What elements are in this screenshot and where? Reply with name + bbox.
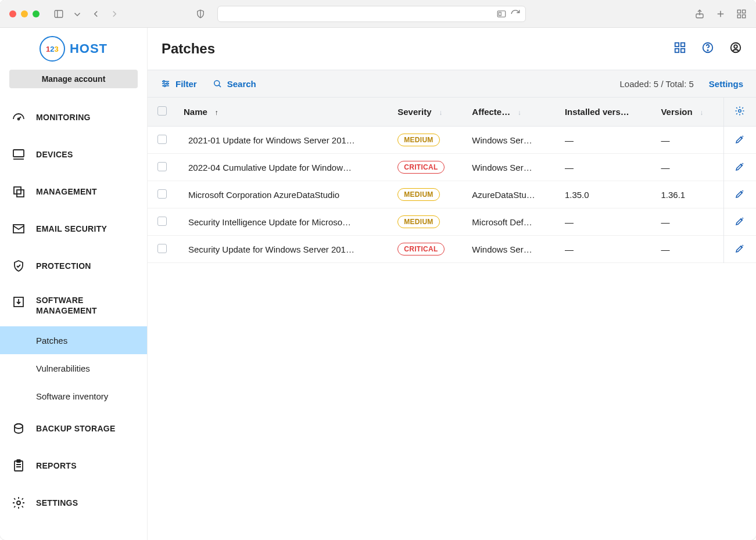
shield-check-icon [10, 259, 27, 273]
table: Name ↑ Severity ↓ Affecte… ↓ Installed v… [148, 98, 756, 540]
svg-line-42 [218, 85, 220, 87]
gauge-icon [10, 110, 27, 124]
svg-rect-8 [737, 10, 740, 13]
column-installed[interactable]: Installed vers… [558, 98, 654, 127]
row-action-button[interactable] [723, 208, 756, 236]
row-checkbox[interactable] [148, 236, 177, 263]
row-checkbox[interactable] [148, 181, 177, 208]
column-severity[interactable]: Severity ↓ [390, 98, 465, 127]
column-affected[interactable]: Affecte… ↓ [465, 98, 558, 127]
sidebar-sub-patches[interactable]: Patches [0, 326, 147, 354]
svg-rect-4 [499, 12, 501, 16]
help-icon[interactable] [701, 41, 714, 56]
reader-icon[interactable] [496, 9, 507, 19]
manage-account-button[interactable]: Manage account [9, 70, 138, 88]
row-action-button[interactable] [723, 154, 756, 181]
row-installed: — [558, 154, 654, 181]
table-row[interactable]: Microsoft Corporation AzureDataStudioMED… [148, 181, 756, 208]
row-severity: MEDIUM [390, 208, 465, 236]
select-all-checkbox[interactable] [148, 98, 177, 127]
sidebar-toggle-icon[interactable] [53, 9, 64, 19]
row-action-button[interactable] [723, 127, 756, 154]
sidebar-item-label: BACKUP STORAGE [36, 424, 116, 433]
svg-rect-14 [13, 150, 24, 157]
svg-rect-17 [17, 190, 24, 197]
row-affected: Microsoft Def… [465, 208, 558, 236]
logo-text: HOST [70, 41, 108, 56]
column-version[interactable]: Version ↓ [654, 98, 723, 127]
sidebar-item-backup-storage[interactable]: BACKUP STORAGE [0, 410, 147, 447]
sidebar-item-management[interactable]: MANAGEMENT [0, 173, 147, 210]
svg-point-32 [707, 50, 708, 51]
row-version: 1.36.1 [654, 181, 723, 208]
gear-icon [10, 496, 27, 510]
svg-point-26 [17, 501, 20, 505]
svg-point-21 [15, 424, 23, 429]
sidebar-item-label: SETTINGS [36, 498, 78, 507]
table-row[interactable]: 2022-04 Cumulative Update for Window…CRI… [148, 154, 756, 181]
row-affected: AzureDataStu… [465, 181, 558, 208]
row-severity: MEDIUM [390, 127, 465, 154]
reload-icon[interactable] [510, 9, 521, 19]
filter-button[interactable]: Filter [160, 78, 197, 89]
mail-icon [10, 222, 27, 236]
table-row[interactable]: 2021-01 Update for Windows Server 201…ME… [148, 127, 756, 154]
back-icon[interactable] [91, 9, 101, 19]
row-affected: Windows Ser… [465, 127, 558, 154]
svg-rect-16 [14, 187, 21, 194]
maximize-window-button[interactable] [33, 10, 40, 17]
url-bar[interactable] [217, 6, 526, 22]
sidebar-item-protection[interactable]: PROTECTION [0, 247, 147, 285]
download-box-icon [10, 295, 27, 309]
row-installed: — [558, 236, 654, 263]
sidebar-item-monitoring[interactable]: MONITORING [0, 99, 147, 136]
share-icon[interactable] [694, 9, 705, 19]
column-name[interactable]: Name ↑ [177, 98, 390, 127]
table-row[interactable]: Security Update for Windows Server 201…C… [148, 236, 756, 263]
sidebar-sub-software-inventory[interactable]: Software inventory [0, 382, 147, 410]
close-window-button[interactable] [9, 10, 16, 17]
search-label: Search [227, 79, 256, 89]
privacy-shield-icon[interactable] [195, 9, 206, 19]
row-checkbox[interactable] [148, 154, 177, 181]
sidebar-item-settings[interactable]: SETTINGS [0, 484, 147, 521]
sidebar-item-label: MANAGEMENT [36, 187, 97, 196]
forward-icon[interactable] [109, 9, 120, 19]
sidebar-sub-vulnerabilities[interactable]: Vulnerabilities [0, 354, 147, 382]
minimize-window-button[interactable] [21, 10, 28, 17]
apps-icon[interactable] [673, 41, 686, 56]
row-installed: — [558, 208, 654, 236]
page-title: Patches [162, 41, 215, 57]
browser-chrome [0, 0, 756, 28]
window-controls [9, 10, 40, 17]
row-severity: MEDIUM [390, 181, 465, 208]
svg-point-40 [164, 85, 166, 87]
sidebar-item-email-security[interactable]: EMAIL SECURITY [0, 210, 147, 247]
counts-text: Loaded: 5 / Total: 5 [619, 79, 693, 89]
new-tab-icon[interactable] [715, 9, 726, 19]
row-checkbox[interactable] [148, 127, 177, 154]
sidebar-item-label: PROTECTION [36, 261, 91, 271]
chevron-down-icon[interactable] [72, 9, 83, 19]
row-severity: CRITICAL [390, 236, 465, 263]
search-button[interactable]: Search [212, 78, 256, 89]
row-installed: — [558, 127, 654, 154]
row-action-button[interactable] [723, 236, 756, 263]
sidebar-item-software-management[interactable]: SOFTWARE MANAGEMENT [0, 285, 147, 326]
sidebar: 123 HOST Manage account MONITORING DEVIC… [0, 28, 148, 540]
sidebar-item-label: SOFTWARE MANAGEMENT [36, 295, 97, 316]
column-settings[interactable] [723, 98, 756, 127]
filter-label: Filter [175, 79, 197, 89]
sidebar-item-devices[interactable]: DEVICES [0, 136, 147, 173]
row-action-button[interactable] [723, 181, 756, 208]
row-checkbox[interactable] [148, 208, 177, 236]
tabs-overview-icon[interactable] [736, 9, 747, 19]
logo[interactable]: 123 HOST [0, 28, 147, 70]
svg-rect-10 [737, 15, 740, 17]
row-name: 2022-04 Cumulative Update for Window… [177, 154, 390, 181]
table-row[interactable]: Security Intelligence Update for Microso… [148, 208, 756, 236]
account-icon[interactable] [729, 41, 742, 56]
svg-rect-0 [55, 10, 63, 17]
sidebar-item-reports[interactable]: REPORTS [0, 447, 147, 484]
settings-link[interactable]: Settings [709, 79, 743, 89]
